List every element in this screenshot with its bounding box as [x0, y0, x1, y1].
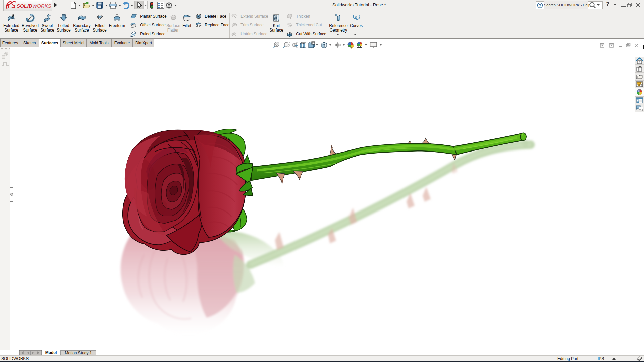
- svg-text:WORKS: WORKS: [32, 3, 51, 9]
- svg-text:SOLID: SOLID: [17, 3, 32, 9]
